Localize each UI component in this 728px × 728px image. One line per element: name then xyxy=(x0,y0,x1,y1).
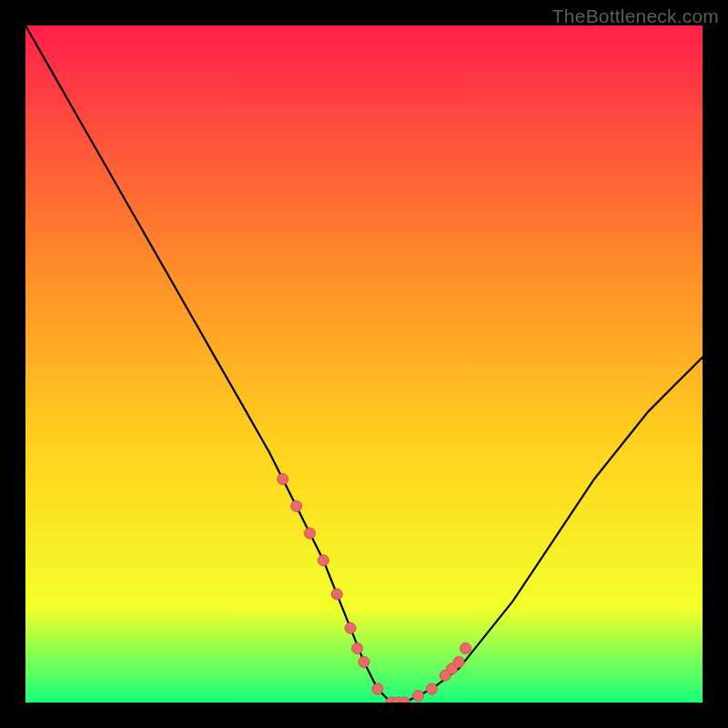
highlight-dot xyxy=(318,555,329,566)
highlight-dot xyxy=(453,656,464,667)
highlight-dot xyxy=(359,656,369,667)
highlight-dot xyxy=(460,643,471,654)
highlight-dot xyxy=(426,683,437,694)
highlight-dot xyxy=(291,500,302,511)
watermark-text: TheBottleneck.com xyxy=(552,5,719,27)
highlight-dot xyxy=(278,474,288,485)
chart-frame xyxy=(25,25,703,703)
highlight-dot xyxy=(413,691,424,702)
highlight-dot xyxy=(352,643,363,654)
highlight-dot xyxy=(372,683,383,694)
highlight-dot xyxy=(331,589,342,600)
gradient-background xyxy=(25,25,703,703)
highlight-dot xyxy=(305,528,316,539)
bottleneck-chart xyxy=(25,25,703,703)
highlight-dot xyxy=(345,622,356,633)
